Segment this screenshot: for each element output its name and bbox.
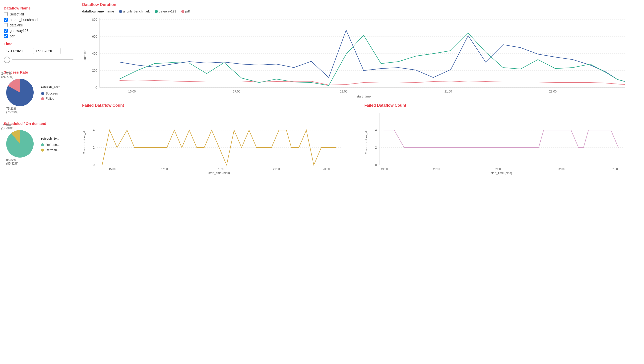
svg-text:21:00: 21:00 bbox=[273, 167, 280, 170]
checkbox-pdf[interactable]: pdf bbox=[4, 34, 74, 38]
slider-handle[interactable] bbox=[4, 57, 10, 63]
legend-gateway: gateway123 bbox=[155, 10, 176, 13]
svg-text:600: 600 bbox=[92, 35, 97, 38]
bottom-charts-row: Failed Dataflow Count 0 2 4 Count of uni… bbox=[82, 103, 639, 176]
svg-text:4: 4 bbox=[93, 128, 95, 132]
svg-text:Count of unique_id: Count of unique_id bbox=[83, 131, 86, 154]
legend-pdf: pdf bbox=[181, 10, 190, 13]
svg-text:15:00: 15:00 bbox=[128, 90, 136, 93]
checkbox-airbnb[interactable]: airbnb_benchmark bbox=[4, 18, 74, 22]
pie1-label-success: Success bbox=[46, 91, 58, 95]
duration-chart-svg: 0 200 400 600 800 duration 15:00 17:00 1… bbox=[82, 15, 630, 100]
svg-text:22:00: 22:00 bbox=[558, 167, 564, 170]
pie2-dot-teal bbox=[41, 143, 44, 146]
svg-text:20:00: 20:00 bbox=[433, 167, 440, 170]
legend-airbnb-dot bbox=[119, 10, 122, 13]
svg-text:15:00: 15:00 bbox=[108, 167, 116, 170]
pie2-label-teal: Refresh... bbox=[46, 143, 60, 147]
pie2-legend: refresh_ty... Refresh... Refresh... bbox=[41, 137, 60, 152]
success-rate-title: Success Rate bbox=[4, 70, 74, 74]
svg-text:200: 200 bbox=[92, 69, 97, 72]
legend-pdf-label: pdf bbox=[185, 10, 190, 13]
time-slider[interactable] bbox=[4, 57, 74, 63]
duration-chart-section: Dataflow Duration dataflowname_name airb… bbox=[82, 3, 639, 101]
failed-chart2-title: Failed Dataflow Count bbox=[364, 103, 639, 108]
svg-text:800: 800 bbox=[92, 18, 97, 22]
svg-text:2: 2 bbox=[93, 146, 95, 149]
checkbox-airbnb-input[interactable] bbox=[4, 18, 8, 22]
svg-text:19:00: 19:00 bbox=[340, 90, 348, 93]
pie2-pct-large-label: 85,32%(85,32%) bbox=[6, 158, 18, 165]
scheduled-pie: 14,68%(14,68%) 85,32%(85,32%) bbox=[4, 128, 36, 161]
time-section-title: Time bbox=[4, 42, 74, 46]
svg-text:23:00: 23:00 bbox=[549, 90, 556, 93]
duration-legend-title: dataflowname_name bbox=[82, 10, 114, 13]
svg-text:0: 0 bbox=[96, 86, 97, 89]
svg-text:21:00: 21:00 bbox=[444, 90, 452, 93]
svg-text:duration: duration bbox=[83, 50, 87, 60]
duration-legend: dataflowname_name airbnb_benchmark gatew… bbox=[82, 10, 639, 13]
svg-text:start_time (bins): start_time (bins) bbox=[208, 171, 230, 175]
svg-text:0: 0 bbox=[93, 163, 95, 167]
svg-text:21:00: 21:00 bbox=[495, 167, 502, 170]
legend-pdf-dot bbox=[181, 10, 184, 13]
scheduled-title: Scheduled / On demand bbox=[4, 121, 74, 126]
pie1-pct-failed-label: 24,77%(24,77%) bbox=[1, 72, 14, 79]
svg-text:17:00: 17:00 bbox=[233, 90, 240, 93]
svg-text:17:00: 17:00 bbox=[161, 167, 168, 170]
checkbox-datalake-label: datalake bbox=[10, 23, 23, 27]
pie2-svg bbox=[4, 128, 36, 160]
svg-text:23:00: 23:00 bbox=[612, 167, 619, 170]
pie1-legend: refresh_stat... Success Failed bbox=[41, 85, 62, 100]
date-end-input[interactable] bbox=[33, 48, 60, 54]
dataflow-section-title: Dataflow Name bbox=[4, 6, 74, 10]
svg-text:19:00: 19:00 bbox=[381, 167, 388, 170]
pie1-legend-success: Success bbox=[41, 91, 62, 95]
pie1-pct-success-label: 75,23%(75,23%) bbox=[6, 107, 18, 114]
duration-chart-title: Dataflow Duration bbox=[82, 3, 639, 7]
svg-text:19:00: 19:00 bbox=[218, 167, 225, 170]
failed-chart2-svg: 0 2 4 Count of unique_id 19:00 20:00 21:… bbox=[364, 110, 626, 175]
pie1-legend-title: refresh_stat... bbox=[41, 85, 62, 89]
pie2-pct-small-label: 14,68%(14,68%) bbox=[1, 123, 14, 130]
checkbox-gateway-label: gateway123 bbox=[10, 29, 29, 33]
checkbox-gateway-input[interactable] bbox=[4, 29, 8, 33]
pie2-legend-title: refresh_ty... bbox=[41, 137, 60, 140]
legend-gateway-label: gateway123 bbox=[159, 10, 176, 13]
svg-text:23:00: 23:00 bbox=[323, 167, 330, 170]
pie2-legend-yellow: Refresh... bbox=[41, 148, 60, 152]
pie2-label-yellow: Refresh... bbox=[46, 148, 60, 152]
svg-text:start_time: start_time bbox=[356, 94, 370, 98]
pie1-legend-failed: Failed bbox=[41, 97, 62, 100]
pie1-svg bbox=[4, 76, 36, 109]
failed-chart1-section: Failed Dataflow Count 0 2 4 Count of uni… bbox=[82, 103, 357, 176]
success-rate-pie: 24,77%(24,77%) 75,23%(75,23%) bbox=[4, 76, 36, 109]
pie1-dot-success bbox=[41, 92, 44, 95]
svg-text:4: 4 bbox=[375, 128, 377, 132]
pie1-label-failed: Failed bbox=[46, 97, 54, 100]
legend-airbnb-label: airbnb_benchmark bbox=[123, 10, 150, 13]
pie2-legend-teal: Refresh... bbox=[41, 143, 60, 147]
svg-text:Count of unique_id: Count of unique_id bbox=[365, 131, 368, 154]
failed-chart1-title: Failed Dataflow Count bbox=[82, 103, 357, 108]
pie2-dot-yellow bbox=[41, 149, 44, 152]
checkbox-airbnb-label: airbnb_benchmark bbox=[10, 18, 38, 22]
select-all-checkbox[interactable] bbox=[4, 12, 8, 16]
select-all-label: Select all bbox=[10, 12, 24, 16]
date-start-input[interactable] bbox=[4, 48, 31, 54]
checkbox-datalake-input[interactable] bbox=[4, 23, 8, 27]
pie1-dot-failed bbox=[41, 97, 44, 100]
svg-text:2: 2 bbox=[375, 146, 377, 149]
failed-chart1-svg: 0 2 4 Count of unique_id 15:00 17:00 19:… bbox=[82, 110, 344, 175]
svg-text:400: 400 bbox=[92, 52, 97, 55]
success-rate-pie-section: 24,77%(24,77%) 75,23%(75,23%) refresh_st… bbox=[4, 76, 74, 109]
failed-chart2-section: Failed Dataflow Count 0 2 4 Count of uni… bbox=[364, 103, 639, 176]
scheduled-pie-section: 14,68%(14,68%) 85,32%(85,32%) refresh_ty… bbox=[4, 128, 74, 161]
checkbox-datalake[interactable]: datalake bbox=[4, 23, 74, 27]
checkbox-pdf-label: pdf bbox=[10, 34, 14, 38]
legend-airbnb: airbnb_benchmark bbox=[119, 10, 150, 13]
checkbox-gateway[interactable]: gateway123 bbox=[4, 29, 74, 33]
svg-text:start_time (bins): start_time (bins) bbox=[490, 171, 512, 175]
select-all-item[interactable]: Select all bbox=[4, 12, 74, 16]
checkbox-pdf-input[interactable] bbox=[4, 34, 8, 38]
